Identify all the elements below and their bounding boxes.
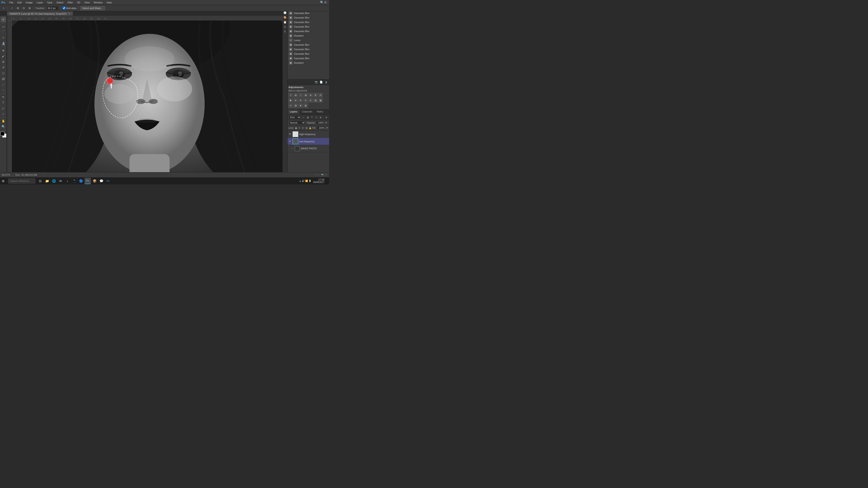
opacity-dropdown-icon[interactable]: ▼ bbox=[325, 122, 327, 124]
eraser-tool[interactable]: ◻ bbox=[1, 70, 6, 76]
filter-pixel-icon[interactable]: □ bbox=[302, 116, 305, 119]
filter-type-icon[interactable]: T bbox=[310, 116, 314, 119]
menu-window[interactable]: Window bbox=[92, 1, 104, 4]
history-item-9[interactable]: ▣ Gaussian Blur bbox=[287, 52, 329, 56]
adj-blackwhite[interactable]: ◧ bbox=[288, 98, 293, 103]
screen-icon[interactable]: 🖥 bbox=[325, 173, 327, 176]
brush-tool[interactable]: 🖌 bbox=[1, 53, 6, 59]
history-brush-tool[interactable]: ↺ bbox=[1, 65, 6, 70]
menu-select[interactable]: Select bbox=[55, 1, 65, 4]
healing-brush-tool[interactable]: ⊕ bbox=[1, 48, 6, 53]
adj-selectivecolor[interactable]: ⊙ bbox=[288, 103, 293, 108]
taskbar-file-explorer[interactable]: 📁 bbox=[44, 178, 50, 184]
filter-adjust-icon[interactable]: ◑ bbox=[306, 116, 309, 119]
menu-view[interactable]: View bbox=[83, 1, 92, 4]
history-item-8[interactable]: ▣ Gaussian Blur bbox=[287, 47, 329, 52]
opacity-input[interactable] bbox=[316, 121, 324, 125]
tab-channels[interactable]: Channels bbox=[300, 109, 314, 114]
antialias-check[interactable] bbox=[63, 6, 66, 9]
adj-colorlookup[interactable]: ⊘ bbox=[303, 98, 308, 103]
fill-dropdown-icon[interactable]: ▼ bbox=[326, 127, 328, 129]
taskbar-store[interactable]: 🔵 bbox=[78, 178, 84, 184]
add-selection-icon[interactable]: ⊞ bbox=[16, 6, 20, 10]
taskbar-windows-button[interactable]: ⊞ bbox=[0, 178, 6, 184]
adj-photofilter[interactable]: ⊕ bbox=[293, 98, 298, 103]
taskbar-task-view[interactable]: ⊟ bbox=[37, 178, 43, 184]
fill-input[interactable] bbox=[317, 126, 325, 130]
history-item-0[interactable]: ▣ Gaussian Blur bbox=[287, 11, 329, 15]
adj-gradient[interactable]: ▧ bbox=[293, 103, 298, 108]
subtract-selection-icon[interactable]: ⊟ bbox=[22, 6, 26, 10]
blur-tool[interactable]: ◌ bbox=[1, 82, 6, 87]
layer-visibility-saved[interactable]: 👁 bbox=[291, 147, 294, 150]
layer-item-high-frequency[interactable]: 👁 high frequency bbox=[287, 131, 329, 138]
adj-hsl[interactable]: ⊞ bbox=[313, 93, 318, 97]
filter-shape-icon[interactable]: ⬡ bbox=[314, 116, 318, 119]
panel-layers-icon[interactable]: 📋 bbox=[283, 20, 287, 24]
adj-solidcolor[interactable]: ■ bbox=[298, 103, 303, 108]
antialias-checkbox[interactable]: Anti-alias bbox=[63, 6, 76, 9]
snap-icon[interactable]: 📷 bbox=[321, 173, 324, 176]
menu-file[interactable]: File bbox=[7, 1, 15, 4]
filter-smart-icon[interactable]: ⊕ bbox=[319, 116, 322, 119]
history-item-2[interactable]: ▣ Gaussian Blur bbox=[287, 20, 329, 24]
menu-filter[interactable]: Filter bbox=[66, 1, 74, 4]
history-item-5[interactable]: ▣ Deselect bbox=[287, 33, 329, 38]
taskbar-ps2[interactable]: Ps bbox=[105, 178, 111, 184]
taskbar-phone[interactable]: 📱 bbox=[71, 178, 77, 184]
menu-layer[interactable]: Layer bbox=[35, 1, 45, 4]
crop-tool[interactable]: ⌗ bbox=[1, 35, 6, 40]
layer-item-low-frequency[interactable]: 👁 low frequency bbox=[287, 138, 329, 145]
create-new-document-button[interactable]: 📄 bbox=[319, 80, 323, 84]
menu-image[interactable]: Image bbox=[24, 1, 35, 4]
taskbar-mail[interactable]: ✉ bbox=[57, 178, 64, 184]
adj-vibrance[interactable]: ◈ bbox=[308, 93, 313, 97]
menu-3d[interactable]: 3D bbox=[75, 1, 82, 4]
blend-mode-select[interactable]: Normal bbox=[288, 121, 305, 125]
history-item-3[interactable]: ▣ Gaussian Blur bbox=[287, 24, 329, 29]
tab-layers[interactable]: Layers bbox=[287, 109, 300, 114]
hand-tool[interactable]: ✋ bbox=[1, 118, 6, 124]
pen-tool[interactable]: ✒ bbox=[1, 94, 6, 100]
taskbar-chat[interactable]: 💬 bbox=[98, 178, 104, 184]
zoom-tool[interactable]: 🔍 bbox=[1, 124, 6, 129]
lock-all-icon[interactable]: 🔒 bbox=[309, 126, 311, 130]
layer-visibility-low[interactable]: 👁 bbox=[288, 140, 291, 143]
history-item-7[interactable]: ▣ Gaussian Blur bbox=[287, 42, 329, 47]
adj-channelmixer[interactable]: ⊗ bbox=[298, 98, 303, 103]
layers-kind-select[interactable]: Kind bbox=[288, 115, 301, 119]
shape-tool[interactable]: □ bbox=[1, 111, 6, 117]
lock-artboard-icon[interactable]: ⊠ bbox=[305, 126, 308, 130]
adj-invert[interactable]: ⊖ bbox=[308, 98, 313, 103]
panel-color-icon[interactable]: 🎨 bbox=[283, 15, 287, 20]
lock-paint-icon[interactable]: ✏ bbox=[298, 126, 301, 130]
intersect-selection-icon[interactable]: ⊠ bbox=[27, 6, 32, 10]
history-item-6[interactable]: ⌖ Lasso bbox=[287, 38, 329, 42]
menu-type[interactable]: Type bbox=[45, 1, 54, 4]
delete-state-button[interactable]: 🗑 bbox=[324, 80, 328, 84]
adj-curves[interactable]: ∿ bbox=[298, 93, 303, 97]
feather-input[interactable] bbox=[46, 6, 59, 10]
layer-item-saved-photo[interactable]: 👁 SAVED PHOTO bbox=[287, 145, 329, 152]
adj-colorbalance[interactable]: ⊟ bbox=[318, 93, 323, 97]
create-snapshot-button[interactable]: 📷 bbox=[314, 80, 318, 84]
tab-paths[interactable]: Paths bbox=[315, 109, 326, 114]
select-mask-button[interactable]: Select and Mask... bbox=[80, 6, 105, 10]
history-item-4[interactable]: ▣ Gaussian Blur bbox=[287, 29, 329, 33]
adj-brightness[interactable]: ☀ bbox=[288, 93, 293, 97]
lock-move-icon[interactable]: ✛ bbox=[302, 126, 304, 130]
history-icon-status[interactable]: fx bbox=[318, 173, 320, 176]
lock-transparent-icon[interactable]: ▣ bbox=[295, 126, 297, 130]
adj-threshold[interactable]: ▦ bbox=[318, 98, 323, 103]
adj-levels[interactable]: ▤ bbox=[293, 93, 298, 97]
lasso-tool[interactable]: ⌒ bbox=[1, 29, 6, 35]
document-tab[interactable]: K8A0079-1.psd @ 66.7% (low frequency, Gr… bbox=[7, 11, 73, 15]
rectangular-marquee-tool[interactable]: ▭ bbox=[1, 24, 6, 29]
adj-pattern[interactable]: ▨ bbox=[303, 103, 308, 108]
adj-exposure[interactable]: ◑ bbox=[303, 93, 308, 97]
eyedropper-tool[interactable]: 🔬 bbox=[1, 41, 6, 46]
history-item-11[interactable]: ▣ Deselect bbox=[287, 61, 329, 65]
window-controls[interactable]: ⚙ bbox=[324, 1, 327, 4]
filter-toggle-icon[interactable]: ● bbox=[324, 116, 328, 119]
clone-stamp-tool[interactable]: ⊗ bbox=[1, 59, 6, 64]
